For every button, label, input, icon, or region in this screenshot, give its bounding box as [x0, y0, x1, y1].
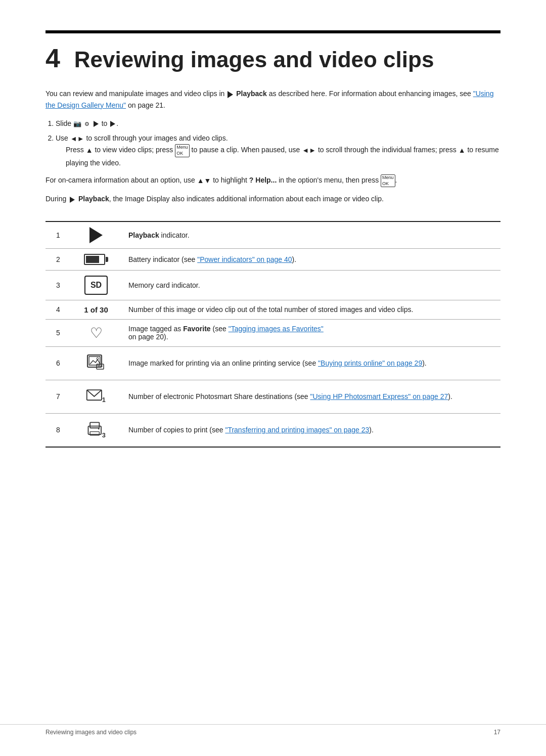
row-desc: Battery indicator (see "Power indicators… — [121, 248, 500, 270]
menu-ok-icon2: MenuOK — [381, 174, 395, 187]
row-num: 5 — [46, 319, 71, 346]
step-2: Use ◄► to scroll through your images and… — [56, 132, 500, 168]
for-info-para: For on-camera information about an optio… — [46, 174, 500, 187]
camera-icon-inline: 📷 — [73, 120, 81, 127]
chapter-number: 4 — [46, 43, 60, 73]
during-bold: Playback — [78, 195, 109, 203]
copy-printer-icon: 3 — [85, 419, 107, 441]
page-content: 4 Reviewing images and video clips You c… — [0, 0, 546, 508]
footer: Reviewing images and video clips 17 — [0, 724, 546, 736]
steps-list: Slide 📷 ⚙ to . Use ◄► to scroll through … — [56, 118, 500, 168]
row-icon: SD — [71, 270, 121, 300]
chapter-title: Reviewing images and video clips — [74, 47, 434, 72]
table-row: 4 1 of 30 Number of this image or video … — [46, 300, 500, 319]
row-icon: 1 of 30 — [71, 300, 121, 319]
table-row: 6 — [46, 346, 500, 380]
battery-icon — [84, 254, 108, 265]
row-desc: Image tagged as Favorite (see "Tagging i… — [121, 319, 500, 346]
table-row: 2 Battery indicator (see "Power indicato… — [46, 248, 500, 270]
sd-icon: SD — [84, 276, 108, 295]
table-row: 3 SD Memory card indicator. — [46, 270, 500, 300]
row-num: 4 — [46, 300, 71, 319]
row-desc: Number of electronic Photosmart Share de… — [121, 380, 500, 413]
row-num: 2 — [46, 248, 71, 270]
row-desc: Number of copies to print (see "Transfer… — [121, 413, 500, 447]
intro-p1-bold: Playback — [236, 90, 267, 98]
intro-paragraph: You can review and manipulate images and… — [46, 88, 500, 111]
row-icon — [71, 221, 121, 249]
row-icon: 3 — [71, 413, 121, 447]
row-num: 6 — [46, 346, 71, 380]
table-row: 7 1 Number of electronic Photosmart Shar… — [46, 380, 500, 413]
chapter-header: 4 Reviewing images and video clips — [46, 30, 500, 74]
row-num: 7 — [46, 380, 71, 413]
indicator-table: 1 Playback indicator. 2 — [46, 221, 500, 448]
share-envelope-icon: 1 — [85, 385, 107, 408]
step-2-sub: Press ▲ to view video clips; press MenuO… — [66, 144, 500, 168]
svg-point-10 — [98, 428, 100, 430]
row-icon: 1 — [71, 380, 121, 413]
step-1: Slide 📷 ⚙ to . — [56, 118, 500, 129]
image-count-label: 1 of 30 — [84, 305, 108, 314]
buying-prints-link[interactable]: "Buying prints online" on page 29 — [318, 359, 422, 367]
row-icon: ♡ — [71, 319, 121, 346]
svg-text:1: 1 — [102, 396, 106, 404]
row-desc: Memory card indicator. — [121, 270, 500, 300]
during-para: During Playback, the Image Display also … — [46, 193, 500, 204]
svg-rect-8 — [90, 422, 99, 428]
transferring-printing-link[interactable]: "Transferring and printing images" on pa… — [225, 426, 369, 434]
row-num: 8 — [46, 413, 71, 447]
tagging-favorites-link[interactable]: "Tagging images as Favorites" — [229, 325, 324, 333]
table-row: 8 3 — [46, 413, 500, 447]
svg-text:3: 3 — [102, 431, 106, 438]
menu-ok-icon: MenuOK — [175, 144, 190, 157]
hp-photosmart-link[interactable]: "Using HP Photosmart Express" on page 27 — [310, 392, 448, 401]
table-row: 1 Playback indicator. — [46, 221, 500, 249]
table-row: 5 ♡ Image tagged as Favorite (see "Taggi… — [46, 319, 500, 346]
row-icon — [71, 346, 121, 380]
print-icon — [85, 352, 107, 375]
row-desc: Playback indicator. — [121, 221, 500, 249]
intro-p1-pre: You can review and manipulate images and… — [46, 90, 224, 98]
power-indicators-link[interactable]: "Power indicators" on page 40 — [197, 255, 292, 263]
row-num: 3 — [46, 270, 71, 300]
playback-triangle-icon — [89, 227, 103, 243]
playback-inline-icon — [228, 91, 233, 98]
row-desc: Image marked for printing via an online … — [121, 346, 500, 380]
heart-icon: ♡ — [90, 325, 103, 341]
link1-suffix: on page 21. — [128, 101, 165, 109]
row-icon — [71, 248, 121, 270]
row-desc: Number of this image or video clip out o… — [121, 300, 500, 319]
intro-p1-post: as described here. For information about… — [269, 90, 473, 98]
footer-page-number: 17 — [494, 729, 500, 736]
footer-chapter-title: Reviewing images and video clips — [46, 729, 136, 736]
row-num: 1 — [46, 221, 71, 249]
